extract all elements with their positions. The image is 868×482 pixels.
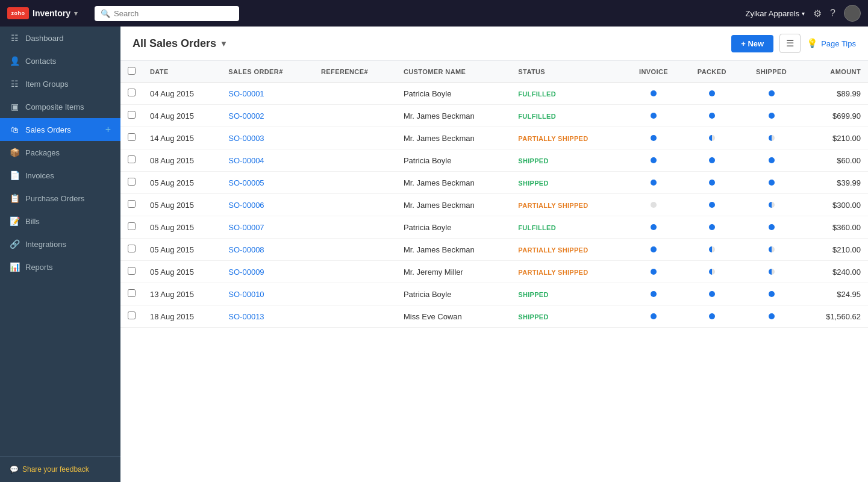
search-icon: 🔍 [101,9,110,18]
sidebar-item-sales-orders[interactable]: 🛍 Sales Orders + [0,118,120,141]
sidebar-item-integrations[interactable]: 🔗 Integrations [0,233,120,255]
cell-customer: Patricia Boyle [396,149,511,172]
th-select-all[interactable] [120,61,143,83]
row-checkbox[interactable] [128,311,136,319]
cell-shipped [741,283,802,305]
sidebar-item-label: Contacts [25,57,56,66]
cell-order-num[interactable]: SO-00009 [221,261,314,283]
row-checkbox[interactable] [128,267,136,275]
cell-date: 13 Aug 2015 [143,283,221,305]
invoices-icon: 📄 [10,171,19,180]
row-checkbox-cell[interactable] [120,239,143,261]
order-link[interactable]: SO-00003 [228,134,264,143]
add-sales-order-icon[interactable]: + [105,125,111,134]
sidebar-item-dashboard[interactable]: ☷ Dashboard [0,27,120,49]
sidebar-item-reports[interactable]: 📊 Reports [0,255,120,278]
settings-icon[interactable]: ⚙ [813,8,822,19]
org-name-label[interactable]: Zylkar Apparels ▾ [746,9,805,18]
row-checkbox-cell[interactable] [120,127,143,149]
cell-order-num[interactable]: SO-00006 [221,194,314,216]
sidebar-item-contacts[interactable]: 👤 Contacts [0,49,120,72]
order-link[interactable]: SO-00009 [228,268,264,277]
row-checkbox[interactable] [128,133,136,141]
app-logo[interactable]: zoho Inventory ▾ [7,7,78,19]
row-checkbox-cell[interactable] [120,83,143,105]
cell-shipped [741,149,802,172]
integrations-icon: 🔗 [10,239,19,249]
sidebar-item-invoices[interactable]: 📄 Invoices [0,164,120,187]
help-icon[interactable]: ? [830,8,835,19]
order-link[interactable]: SO-00001 [228,89,264,98]
status-dot [709,157,715,163]
status-dot [709,202,715,208]
sidebar-item-label: Dashboard [25,34,64,43]
app-chevron-icon: ▾ [74,10,78,17]
order-link[interactable]: SO-00013 [228,312,264,321]
table-row: 04 Aug 2015 SO-00002 Mr. James Beckman F… [120,105,868,127]
row-checkbox[interactable] [128,111,136,119]
cell-date: 05 Aug 2015 [143,239,221,261]
sidebar-item-purchase-orders[interactable]: 📋 Purchase Orders [0,187,120,210]
cell-order-num[interactable]: SO-00001 [221,83,314,105]
cell-order-num[interactable]: SO-00008 [221,239,314,261]
avatar[interactable] [844,5,861,22]
th-date: DATE [143,61,221,83]
row-checkbox[interactable] [128,245,136,252]
top-nav: zoho Inventory ▾ 🔍 Zylkar Apparels ▾ ⚙ ? [0,0,868,27]
select-all-checkbox[interactable] [128,67,136,75]
cell-invoice [625,216,683,239]
row-checkbox-cell[interactable] [120,261,143,283]
sidebar-item-composite-items[interactable]: ▣ Composite Items [0,95,120,118]
order-link[interactable]: SO-00008 [228,245,264,254]
cell-packed [682,194,741,216]
row-checkbox-cell[interactable] [120,172,143,194]
cell-shipped [741,127,802,149]
order-link[interactable]: SO-00006 [228,201,264,210]
cell-order-num[interactable]: SO-00003 [221,127,314,149]
table-row: 18 Aug 2015 SO-00013 Miss Eve Cowan SHIP… [120,305,868,328]
search-box[interactable]: 🔍 [95,6,239,21]
order-link[interactable]: SO-00010 [228,290,264,299]
status-dot [651,224,657,230]
cell-invoice [625,127,683,149]
menu-button[interactable]: ☰ [779,34,801,53]
row-checkbox[interactable] [128,155,136,163]
row-checkbox[interactable] [128,222,136,230]
page-title-dropdown-icon[interactable]: ▼ [220,39,228,48]
row-checkbox[interactable] [128,178,136,186]
cell-order-num[interactable]: SO-00005 [221,172,314,194]
row-checkbox[interactable] [128,89,136,96]
status-dot [769,246,775,252]
sidebar-item-packages[interactable]: 📦 Packages [0,141,120,164]
page-tips-button[interactable]: 💡 Page Tips [807,38,856,49]
order-link[interactable]: SO-00004 [228,156,264,165]
cell-order-num[interactable]: SO-00013 [221,305,314,328]
cell-order-num[interactable]: SO-00010 [221,283,314,305]
cell-customer: Mr. James Beckman [396,127,511,149]
sidebar-item-item-groups[interactable]: ☷ Item Groups [0,72,120,95]
status-badge: FULFILLED [518,113,556,120]
cell-order-num[interactable]: SO-00007 [221,216,314,239]
row-checkbox-cell[interactable] [120,105,143,127]
feedback-label: Share your feedback [22,465,89,474]
row-checkbox-cell[interactable] [120,149,143,172]
row-checkbox[interactable] [128,200,136,208]
row-checkbox-cell[interactable] [120,194,143,216]
cell-reference [314,216,396,239]
order-link[interactable]: SO-00005 [228,178,264,187]
row-checkbox[interactable] [128,289,136,297]
row-checkbox-cell[interactable] [120,283,143,305]
search-input[interactable] [114,9,233,18]
cell-order-num[interactable]: SO-00004 [221,149,314,172]
new-button[interactable]: + New [731,35,773,52]
sidebar-item-bills[interactable]: 📝 Bills [0,210,120,233]
row-checkbox-cell[interactable] [120,216,143,239]
order-link[interactable]: SO-00002 [228,111,264,120]
status-badge: PARTIALLY SHIPPED [518,246,588,254]
cell-order-num[interactable]: SO-00002 [221,105,314,127]
status-badge: PARTIALLY SHIPPED [518,269,588,276]
table-row: 04 Aug 2015 SO-00001 Patricia Boyle FULF… [120,83,868,105]
order-link[interactable]: SO-00007 [228,223,264,232]
row-checkbox-cell[interactable] [120,305,143,328]
feedback-button[interactable]: 💬 Share your feedback [10,465,111,474]
